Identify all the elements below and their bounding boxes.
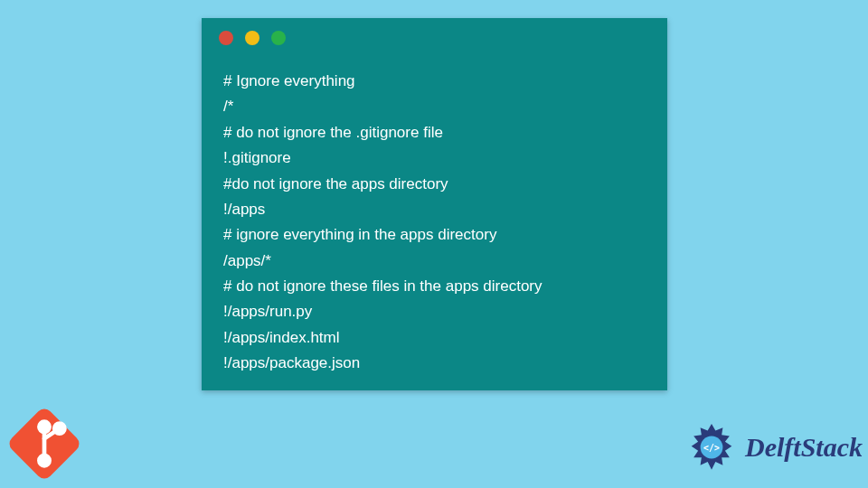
code-line: # ignore everything in the apps director… <box>223 222 646 248</box>
code-line: !.gitignore <box>223 145 646 171</box>
code-window: # Ignore everything /* # do not ignore t… <box>202 18 667 390</box>
code-line: !/apps/run.py <box>223 299 646 324</box>
delftstack-label: DelftStack <box>745 432 863 463</box>
delftstack-logo: </> DelftStack <box>684 419 863 475</box>
code-line: # do not ignore the .gitignore file <box>223 120 646 145</box>
delftstack-badge-icon: </> <box>684 419 740 475</box>
maximize-icon[interactable] <box>271 31 286 45</box>
close-icon[interactable] <box>219 31 233 45</box>
minimize-icon[interactable] <box>245 31 259 45</box>
code-line: /apps/* <box>223 249 646 274</box>
code-line: !/apps/index.html <box>223 325 646 351</box>
git-icon <box>5 405 83 483</box>
code-line: !/apps/package.json <box>223 351 646 376</box>
code-line: /* <box>223 94 646 119</box>
code-line: !/apps <box>223 197 646 222</box>
svg-point-4 <box>39 455 49 465</box>
svg-text:</>: </> <box>703 443 720 453</box>
code-line: # do not ignore these files in the apps … <box>223 274 646 299</box>
code-line: #do not ignore the apps directory <box>223 172 646 197</box>
svg-point-3 <box>39 422 49 432</box>
window-traffic-lights <box>202 18 667 52</box>
code-block: # Ignore everything /* # do not ignore t… <box>202 52 667 386</box>
code-line: # Ignore everything <box>223 69 646 94</box>
svg-point-5 <box>54 424 64 434</box>
